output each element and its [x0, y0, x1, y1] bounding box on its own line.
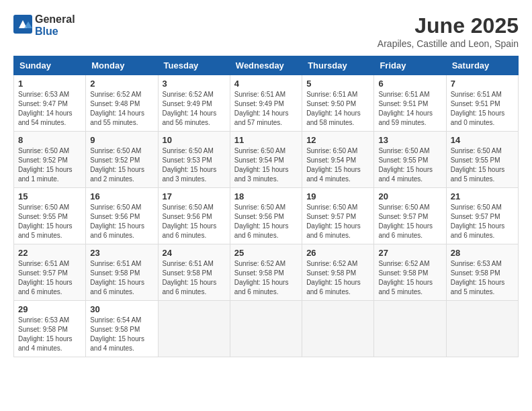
subtitle: Arapiles, Castille and Leon, Spain	[378, 38, 519, 49]
day-detail: Sunrise: 6:52 AMSunset: 9:58 PMDaylight:…	[234, 259, 298, 297]
calendar-cell: 13 Sunrise: 6:50 AMSunset: 9:55 PMDaylig…	[374, 132, 446, 188]
calendar-table: Sunday Monday Tuesday Wednesday Thursday…	[13, 56, 519, 357]
day-number: 16	[90, 191, 153, 201]
day-number: 11	[234, 135, 298, 145]
header-sunday: Sunday	[14, 56, 86, 75]
day-detail: Sunrise: 6:50 AMSunset: 9:54 PMDaylight:…	[234, 146, 298, 184]
day-number: 3	[163, 79, 226, 89]
calendar-cell: 14 Sunrise: 6:50 AMSunset: 9:55 PMDaylig…	[446, 132, 518, 188]
calendar-cell	[230, 301, 302, 357]
day-number: 10	[163, 135, 226, 145]
day-number: 29	[18, 304, 81, 314]
day-number: 2	[90, 79, 153, 89]
day-detail: Sunrise: 6:50 AMSunset: 9:53 PMDaylight:…	[163, 146, 226, 184]
day-detail: Sunrise: 6:50 AMSunset: 9:55 PMDaylight:…	[378, 146, 441, 184]
logo: General Blue	[13, 13, 75, 38]
calendar-cell	[446, 301, 518, 357]
calendar-week-4: 22 Sunrise: 6:51 AMSunset: 9:57 PMDaylig…	[14, 244, 519, 301]
calendar-cell: 29 Sunrise: 6:53 AMSunset: 9:58 PMDaylig…	[14, 301, 86, 357]
day-detail: Sunrise: 6:50 AMSunset: 9:57 PMDaylight:…	[451, 203, 514, 240]
day-number: 25	[234, 248, 298, 258]
day-detail: Sunrise: 6:51 AMSunset: 9:50 PMDaylight:…	[306, 90, 369, 128]
calendar-week-3: 15 Sunrise: 6:50 AMSunset: 9:55 PMDaylig…	[14, 188, 519, 244]
day-number: 20	[378, 191, 441, 201]
header-friday: Friday	[374, 56, 446, 75]
calendar-cell: 6 Sunrise: 6:51 AMSunset: 9:51 PMDayligh…	[374, 75, 446, 132]
day-detail: Sunrise: 6:50 AMSunset: 9:57 PMDaylight:…	[306, 203, 369, 240]
day-detail: Sunrise: 6:50 AMSunset: 9:56 PMDaylight:…	[234, 203, 298, 240]
day-number: 14	[451, 135, 514, 145]
day-number: 5	[306, 79, 369, 89]
day-number: 18	[234, 191, 298, 201]
day-detail: Sunrise: 6:51 AMSunset: 9:51 PMDaylight:…	[451, 90, 514, 128]
day-number: 6	[378, 79, 441, 89]
day-number: 17	[163, 191, 226, 201]
day-detail: Sunrise: 6:50 AMSunset: 9:57 PMDaylight:…	[378, 203, 441, 240]
day-detail: Sunrise: 6:50 AMSunset: 9:54 PMDaylight:…	[306, 146, 369, 184]
day-number: 12	[306, 135, 369, 145]
header-thursday: Thursday	[302, 56, 374, 75]
day-detail: Sunrise: 6:50 AMSunset: 9:56 PMDaylight:…	[163, 203, 226, 240]
day-number: 4	[234, 79, 298, 89]
logo-icon	[13, 15, 32, 36]
logo-blue: Blue	[35, 26, 58, 37]
calendar-cell: 7 Sunrise: 6:51 AMSunset: 9:51 PMDayligh…	[446, 75, 518, 132]
calendar-cell: 15 Sunrise: 6:50 AMSunset: 9:55 PMDaylig…	[14, 188, 86, 244]
day-detail: Sunrise: 6:51 AMSunset: 9:57 PMDaylight:…	[18, 259, 81, 297]
day-detail: Sunrise: 6:53 AMSunset: 9:47 PMDaylight:…	[18, 90, 81, 128]
calendar-cell: 23 Sunrise: 6:51 AMSunset: 9:58 PMDaylig…	[86, 244, 158, 301]
day-number: 9	[90, 135, 153, 145]
calendar-cell: 11 Sunrise: 6:50 AMSunset: 9:54 PMDaylig…	[230, 132, 302, 188]
calendar-cell: 17 Sunrise: 6:50 AMSunset: 9:56 PMDaylig…	[158, 188, 230, 244]
calendar-cell	[158, 301, 230, 357]
day-number: 24	[163, 248, 226, 258]
calendar-cell: 18 Sunrise: 6:50 AMSunset: 9:56 PMDaylig…	[230, 188, 302, 244]
day-detail: Sunrise: 6:50 AMSunset: 9:52 PMDaylight:…	[90, 146, 153, 184]
calendar-cell: 28 Sunrise: 6:53 AMSunset: 9:58 PMDaylig…	[446, 244, 518, 301]
header-wednesday: Wednesday	[230, 56, 302, 75]
day-number: 21	[451, 191, 514, 201]
day-number: 30	[90, 304, 153, 314]
calendar-cell: 21 Sunrise: 6:50 AMSunset: 9:57 PMDaylig…	[446, 188, 518, 244]
calendar-cell: 19 Sunrise: 6:50 AMSunset: 9:57 PMDaylig…	[302, 188, 374, 244]
day-number: 22	[18, 248, 81, 258]
day-detail: Sunrise: 6:50 AMSunset: 9:55 PMDaylight:…	[451, 146, 514, 184]
day-detail: Sunrise: 6:53 AMSunset: 9:58 PMDaylight:…	[451, 259, 514, 297]
day-detail: Sunrise: 6:53 AMSunset: 9:58 PMDaylight:…	[18, 316, 81, 353]
calendar-cell: 26 Sunrise: 6:52 AMSunset: 9:58 PMDaylig…	[302, 244, 374, 301]
calendar-cell: 22 Sunrise: 6:51 AMSunset: 9:57 PMDaylig…	[14, 244, 86, 301]
day-number: 1	[18, 79, 81, 89]
day-detail: Sunrise: 6:50 AMSunset: 9:52 PMDaylight:…	[18, 146, 81, 184]
calendar-cell: 24 Sunrise: 6:51 AMSunset: 9:58 PMDaylig…	[158, 244, 230, 301]
day-number: 15	[18, 191, 81, 201]
page-title: June 2025	[378, 13, 519, 38]
calendar-cell: 27 Sunrise: 6:52 AMSunset: 9:58 PMDaylig…	[374, 244, 446, 301]
day-detail: Sunrise: 6:51 AMSunset: 9:58 PMDaylight:…	[90, 259, 153, 297]
day-detail: Sunrise: 6:54 AMSunset: 9:58 PMDaylight:…	[90, 316, 153, 353]
header-saturday: Saturday	[446, 56, 518, 75]
title-area: June 2025 Arapiles, Castille and Leon, S…	[378, 13, 519, 49]
day-number: 26	[306, 248, 369, 258]
day-number: 13	[378, 135, 441, 145]
calendar-cell: 9 Sunrise: 6:50 AMSunset: 9:52 PMDayligh…	[86, 132, 158, 188]
calendar-cell: 2 Sunrise: 6:52 AMSunset: 9:48 PMDayligh…	[86, 75, 158, 132]
day-detail: Sunrise: 6:52 AMSunset: 9:58 PMDaylight:…	[306, 259, 369, 297]
day-detail: Sunrise: 6:52 AMSunset: 9:48 PMDaylight:…	[90, 90, 153, 128]
calendar-cell: 1 Sunrise: 6:53 AMSunset: 9:47 PMDayligh…	[14, 75, 86, 132]
day-detail: Sunrise: 6:52 AMSunset: 9:49 PMDaylight:…	[163, 90, 226, 128]
day-number: 23	[90, 248, 153, 258]
calendar-week-1: 1 Sunrise: 6:53 AMSunset: 9:47 PMDayligh…	[14, 75, 519, 132]
calendar-week-2: 8 Sunrise: 6:50 AMSunset: 9:52 PMDayligh…	[14, 132, 519, 188]
header-tuesday: Tuesday	[158, 56, 230, 75]
calendar-cell: 8 Sunrise: 6:50 AMSunset: 9:52 PMDayligh…	[14, 132, 86, 188]
calendar-cell: 30 Sunrise: 6:54 AMSunset: 9:58 PMDaylig…	[86, 301, 158, 357]
day-detail: Sunrise: 6:51 AMSunset: 9:58 PMDaylight:…	[163, 259, 226, 297]
day-number: 19	[306, 191, 369, 201]
calendar-cell	[374, 301, 446, 357]
calendar-cell: 25 Sunrise: 6:52 AMSunset: 9:58 PMDaylig…	[230, 244, 302, 301]
day-number: 7	[451, 79, 514, 89]
calendar-cell: 16 Sunrise: 6:50 AMSunset: 9:56 PMDaylig…	[86, 188, 158, 244]
calendar-cell	[302, 301, 374, 357]
day-detail: Sunrise: 6:51 AMSunset: 9:51 PMDaylight:…	[378, 90, 441, 128]
day-detail: Sunrise: 6:52 AMSunset: 9:58 PMDaylight:…	[378, 259, 441, 297]
